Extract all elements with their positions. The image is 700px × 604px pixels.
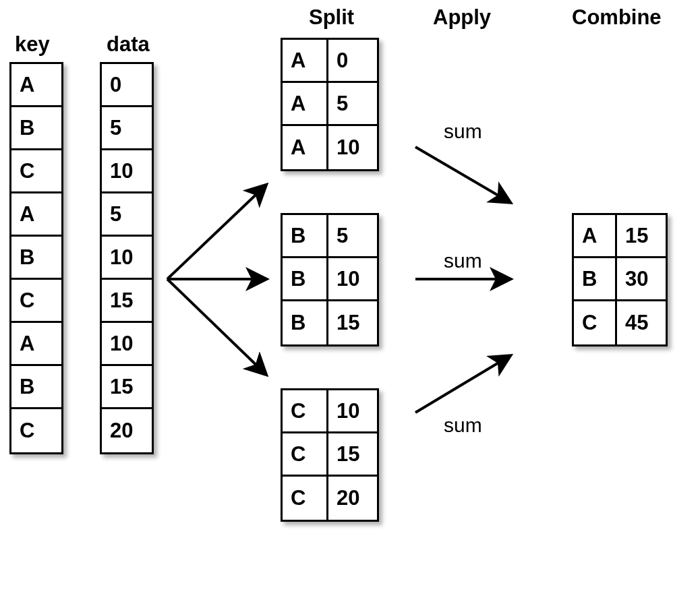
split-cell-val: 10	[328, 126, 377, 169]
split-cell-key: B	[283, 258, 326, 301]
split-cell-val: 15	[328, 301, 377, 344]
arrow-apply-a	[415, 147, 510, 202]
input-data-cell: 10	[102, 150, 152, 193]
split-cell-val: 10	[328, 258, 377, 301]
split-group-a: A A A 0 5 10	[281, 38, 379, 171]
split-cell-val: 20	[328, 477, 377, 520]
split-cell-val: 5	[328, 83, 377, 126]
split-group-b: B B B 5 10 15	[281, 213, 379, 346]
apply-label-c: sum	[444, 414, 482, 437]
split-cell-key: B	[283, 215, 326, 258]
split-group-c: C C C 10 15 20	[281, 388, 379, 522]
input-data-cell: 20	[102, 409, 152, 452]
input-key-cell: B	[11, 107, 61, 150]
combine-cell-val: 30	[617, 258, 666, 301]
input-key-cell: B	[11, 366, 61, 409]
split-cell-key: A	[283, 83, 326, 126]
input-data-cell: 10	[102, 323, 152, 366]
input-key-cell: A	[11, 193, 61, 237]
combine-cell-val: 15	[617, 215, 666, 258]
split-cell-key: A	[283, 40, 326, 83]
input-data-cell: 5	[102, 193, 152, 237]
heading-combine: Combine	[572, 5, 662, 30]
input-key-cell: B	[11, 237, 61, 280]
input-data-table: 0 5 10 5 10 15 10 15 20	[100, 62, 154, 454]
input-data-cell: 5	[102, 107, 152, 150]
input-key-cell: C	[11, 280, 61, 323]
apply-label-b: sum	[444, 249, 482, 272]
heading-data: data	[107, 32, 150, 57]
split-cell-key: C	[283, 390, 326, 433]
split-cell-val: 15	[328, 433, 377, 477]
heading-apply: Apply	[433, 5, 491, 30]
split-cell-val: 5	[328, 215, 377, 258]
heading-split: Split	[309, 5, 354, 30]
combine-cell-key: B	[574, 258, 615, 301]
input-key-table: A B C A B C A B C	[9, 62, 63, 454]
combine-cell-key: A	[574, 215, 615, 258]
combine-cell-val: 45	[617, 301, 666, 344]
input-key-cell: A	[11, 323, 61, 366]
input-data-cell: 10	[102, 237, 152, 280]
combine-cell-key: C	[574, 301, 615, 344]
split-cell-key: A	[283, 126, 326, 169]
split-cell-key: C	[283, 477, 326, 520]
combine-table: A B C 15 30 45	[572, 213, 668, 346]
arrow-split-c	[167, 279, 266, 374]
arrow-apply-c	[415, 356, 510, 413]
input-key-cell: C	[11, 150, 61, 193]
input-key-cell: A	[11, 64, 61, 107]
split-cell-val: 10	[328, 390, 377, 433]
split-cell-key: C	[283, 433, 326, 477]
arrow-split-a	[167, 185, 266, 279]
split-cell-key: B	[283, 301, 326, 344]
input-data-cell: 15	[102, 280, 152, 323]
input-data-cell: 15	[102, 366, 152, 409]
input-key-cell: C	[11, 409, 61, 452]
apply-label-a: sum	[444, 120, 482, 143]
split-cell-val: 0	[328, 40, 377, 83]
input-data-cell: 0	[102, 64, 152, 107]
heading-key: key	[15, 32, 50, 57]
